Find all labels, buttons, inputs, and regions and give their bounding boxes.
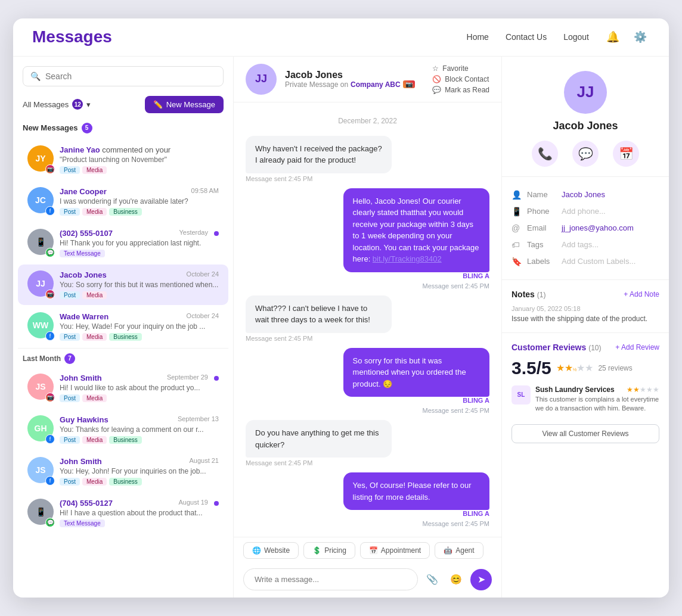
nav-home[interactable]: Home [467, 32, 489, 42]
message-item-302[interactable]: 📱 💬 (302) 555-0107 Yesterday Hi! Thank y… [18, 223, 228, 263]
chat-contact-name: Jacob Jones [285, 70, 424, 80]
sender-name: John Smith [60, 374, 102, 382]
reviewer-info: Sush Laundry Services ★★★★★ This custome… [535, 385, 659, 413]
company-link[interactable]: Company ABC [351, 80, 401, 89]
attachment-icon[interactable]: 📎 [423, 570, 442, 589]
instagram-badge: 📷 [45, 164, 55, 174]
message-input[interactable] [243, 568, 418, 590]
message-row-received-1: Why haven't I received the package? I al… [246, 136, 489, 182]
message-preview: You: So sorry for this but it was mentio… [60, 281, 219, 289]
pricing-button[interactable]: 💲 Pricing [303, 542, 355, 559]
block-contact-action[interactable]: 🚫 Block Contact [432, 75, 489, 83]
calendar-button[interactable]: 📅 [613, 141, 639, 167]
tag-icon: 🏷 [512, 240, 521, 250]
search-input[interactable] [45, 71, 216, 81]
tag-post: Post [60, 394, 80, 402]
mark-read-action[interactable]: 💬 Mark as Read [432, 86, 489, 94]
send-button[interactable]: ➤ [470, 569, 492, 590]
nav-contact-us[interactable]: Contact Us [506, 32, 547, 42]
note-date: January 05, 2022 05:18 [512, 305, 659, 312]
message-content: (302) 555-0107 Yesterday Hi! Thank you f… [60, 229, 208, 257]
pricing-icon: 💲 [312, 546, 321, 555]
appointment-button[interactable]: 📅 Appointment [360, 542, 430, 559]
website-button[interactable]: 🌐 Website [243, 542, 299, 559]
new-message-button[interactable]: ✏️ New Message [145, 96, 224, 113]
message-button[interactable]: 💬 [572, 141, 599, 167]
tracking-link[interactable]: bit.ly/Tracking83402 [373, 254, 442, 263]
message-bubble: Hello, Jacob Jones! Our courier clearly … [343, 188, 489, 272]
add-review-button[interactable]: + Add Review [615, 343, 659, 351]
new-messages-section-label: New Messages 5 [13, 120, 233, 138]
reviewer-avatar: SL [512, 385, 531, 405]
favorite-action[interactable]: ☆ Favorite [432, 64, 489, 73]
tag-media: Media [82, 394, 107, 402]
calendar-icon: 📅 [369, 546, 378, 555]
message-row-sent-1: Hello, Jacob Jones! Our courier clearly … [246, 188, 489, 290]
rating-row: 3.5/5 ★★½★★ 25 reviews [512, 358, 659, 378]
filter-row: All Messages 12 ▾ ✏️ New Message [13, 91, 233, 120]
name-label: Name [527, 190, 556, 199]
message-time: Message sent 2:45 PM [246, 459, 313, 466]
unread-indicator [214, 501, 219, 506]
unread-indicator [214, 231, 219, 236]
message-item-jacob-jones[interactable]: JJ 📷 Jacob Jones October 24 You: So sorr… [18, 265, 228, 305]
right-panel: JJ Jacob Jones 📞 💬 📅 👤 Name Jacob Jones … [502, 57, 669, 598]
rating-stars: ★★½★★ [556, 362, 594, 374]
facebook-badge: f [45, 206, 55, 216]
sender-name: (704) 555-0127 [60, 499, 113, 508]
message-content: Jacob Jones October 24 You: So sorry for… [60, 270, 219, 299]
tag-business: Business [109, 478, 142, 486]
search-input-wrap[interactable]: 🔍 [23, 66, 224, 86]
add-note-button[interactable]: + Add Note [624, 290, 659, 298]
sender-name: Wade Warren [60, 312, 108, 321]
message-item-john-smith-sep[interactable]: JS 📷 John Smith September 29 Hi! I would… [18, 368, 228, 408]
sender-name: Janine Yao commented on your [60, 145, 170, 154]
notification-bell-icon[interactable]: 🔔 [603, 27, 622, 46]
tag-post: Post [60, 333, 80, 341]
view-all-reviews-button[interactable]: View all Customer Reviews [512, 424, 659, 443]
note-text: Issue with the shipping date of the prod… [512, 315, 659, 323]
sms-badge: 💬 [45, 248, 55, 257]
message-row-sent-2: So sorry for this but it was mentioned w… [246, 348, 489, 415]
filter-dropdown[interactable]: All Messages 12 ▾ [23, 99, 91, 110]
chat-messages-area: December 2, 2022 Why haven't I received … [234, 102, 501, 537]
labels-placeholder[interactable]: Add Custom Labels... [562, 257, 636, 266]
labels-label: Labels [527, 257, 556, 266]
message-item-john-smith-aug[interactable]: JS f John Smith August 21 You: Hey, John… [18, 451, 228, 491]
message-time: September 13 [178, 415, 219, 422]
phone-call-button[interactable]: 📞 [532, 141, 558, 167]
phone-placeholder[interactable]: Add phone... [562, 207, 606, 216]
reviewer-stars: ★★★★★ [627, 385, 659, 394]
input-icon-group: 📎 😊 ➤ [423, 569, 492, 590]
notes-title: Notes (1) [512, 290, 545, 299]
contact-profile-section: JJ Jacob Jones 📞 💬 📅 [502, 57, 669, 177]
message-item-jane-cooper[interactable]: JC f Jane Cooper 09:58 AM I was wonderin… [18, 181, 228, 222]
phone-icon: 📱 [512, 207, 521, 216]
message-tags: Text Message [60, 250, 208, 257]
detail-row-phone: 📱 Phone Add phone... [512, 203, 659, 220]
message-item-wade-warren[interactable]: WW f Wade Warren October 24 You: Hey, Wa… [18, 306, 228, 347]
message-tags: Post Media Business [60, 208, 219, 216]
instagram-icon: 📷 [403, 80, 415, 88]
message-item-704[interactable]: 📱 💬 (704) 555-0127 August 19 Hi! I have … [18, 493, 228, 533]
tags-placeholder[interactable]: Add tags... [562, 240, 599, 249]
sender-name: (302) 555-0107 [60, 229, 113, 238]
compose-icon: ✏️ [153, 100, 163, 109]
message-time: Message sent 2:45 PM [246, 335, 313, 342]
message-time: October 24 [187, 270, 219, 278]
nav-logout[interactable]: Logout [563, 32, 589, 42]
tag-media: Media [82, 436, 107, 444]
emoji-icon[interactable]: 😊 [447, 570, 466, 589]
chat-toolbar: 🌐 Website 💲 Pricing 📅 Appointment 🤖 Agen… [234, 537, 501, 564]
agent-button[interactable]: 🤖 Agent [435, 542, 483, 559]
detail-row-email: @ Email jj_jones@yahoo.com [512, 220, 659, 237]
reviewer-text: This customer is complains a lot everyti… [535, 395, 659, 413]
message-item-janine-yao[interactable]: JY 📷 Janine Yao commented on your "Produ… [18, 139, 228, 180]
reviews-header: Customer Reviews (10) + Add Review [512, 343, 659, 352]
sender-name: Jacob Jones [60, 270, 107, 279]
top-navigation: Messages Home Contact Us Logout 🔔 ⚙️ [13, 18, 669, 57]
star-icon: ☆ [432, 64, 439, 73]
message-item-guy-hawkins[interactable]: GH f Guy Hawkins September 13 You: Thank… [18, 409, 228, 450]
message-content: Wade Warren October 24 You: Hey, Wade! F… [60, 312, 219, 341]
settings-gear-icon[interactable]: ⚙️ [631, 27, 650, 46]
